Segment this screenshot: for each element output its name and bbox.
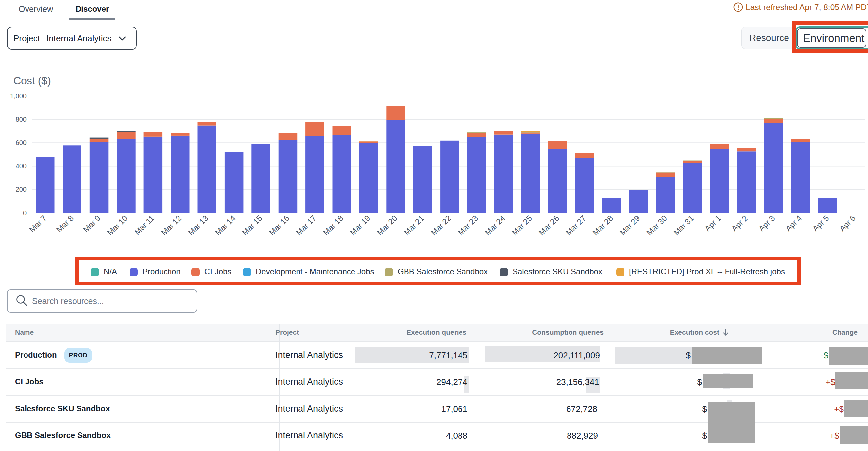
svg-text:Apr 5: Apr 5 (811, 213, 831, 233)
svg-text:1,000: 1,000 (10, 92, 27, 100)
svg-text:Mar 30: Mar 30 (645, 213, 669, 237)
svg-text:Mar 25: Mar 25 (510, 213, 534, 237)
svg-text:Mar 11: Mar 11 (133, 213, 156, 237)
svg-text:0: 0 (23, 209, 27, 217)
svg-text:Apr 1: Apr 1 (703, 213, 722, 233)
svg-text:Mar 20: Mar 20 (375, 213, 399, 237)
svg-text:Mar 27: Mar 27 (564, 213, 588, 237)
svg-text:Apr 3: Apr 3 (757, 213, 777, 233)
svg-text:Mar 19: Mar 19 (348, 213, 372, 237)
svg-text:Mar 17: Mar 17 (294, 213, 318, 237)
svg-text:Mar 8: Mar 8 (55, 213, 75, 234)
svg-text:Mar 22: Mar 22 (429, 213, 453, 237)
svg-text:Apr 4: Apr 4 (784, 213, 804, 233)
svg-text:Mar 29: Mar 29 (618, 213, 642, 237)
svg-text:Mar 16: Mar 16 (267, 213, 291, 237)
svg-text:Mar 13: Mar 13 (186, 213, 210, 237)
svg-text:Mar 23: Mar 23 (456, 213, 480, 237)
svg-text:Mar 7: Mar 7 (28, 213, 48, 234)
svg-text:Mar 21: Mar 21 (402, 213, 426, 237)
svg-text:Apr 2: Apr 2 (730, 213, 750, 233)
svg-text:800: 800 (16, 116, 27, 123)
svg-text:Mar 28: Mar 28 (591, 213, 615, 237)
svg-text:600: 600 (16, 139, 27, 147)
svg-text:Mar 31: Mar 31 (672, 213, 696, 237)
svg-text:200: 200 (16, 186, 27, 193)
svg-text:Mar 9: Mar 9 (82, 213, 102, 234)
svg-text:Mar 18: Mar 18 (321, 213, 345, 237)
svg-text:Mar 14: Mar 14 (213, 213, 237, 237)
svg-text:Mar 15: Mar 15 (240, 213, 264, 237)
svg-text:Apr 6: Apr 6 (838, 213, 858, 233)
svg-text:Mar 10: Mar 10 (105, 213, 129, 237)
svg-text:400: 400 (16, 162, 27, 169)
svg-text:Mar 12: Mar 12 (159, 213, 183, 237)
svg-text:Mar 24: Mar 24 (483, 213, 507, 237)
svg-text:Mar 26: Mar 26 (537, 213, 561, 237)
